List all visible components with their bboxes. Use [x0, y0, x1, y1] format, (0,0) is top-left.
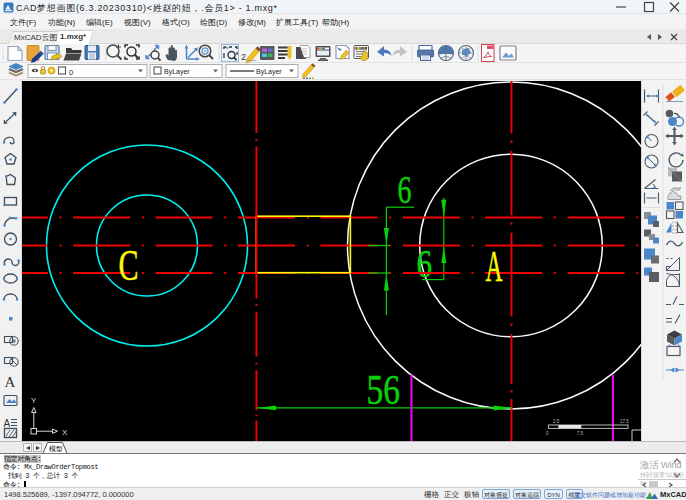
svg-text:7.5: 7.5 [577, 431, 584, 436]
svg-text:6: 6 [416, 242, 432, 285]
svg-text:Y: Y [31, 396, 37, 405]
svg-text:C: C [119, 240, 139, 290]
svg-text:A: A [486, 242, 503, 291]
svg-text:0: 0 [546, 431, 549, 436]
svg-text:17.5: 17.5 [620, 419, 629, 424]
svg-text:56: 56 [367, 367, 401, 413]
svg-text:2.5: 2.5 [553, 419, 560, 424]
svg-text:6: 6 [398, 168, 412, 211]
svg-text:X: X [62, 428, 68, 437]
